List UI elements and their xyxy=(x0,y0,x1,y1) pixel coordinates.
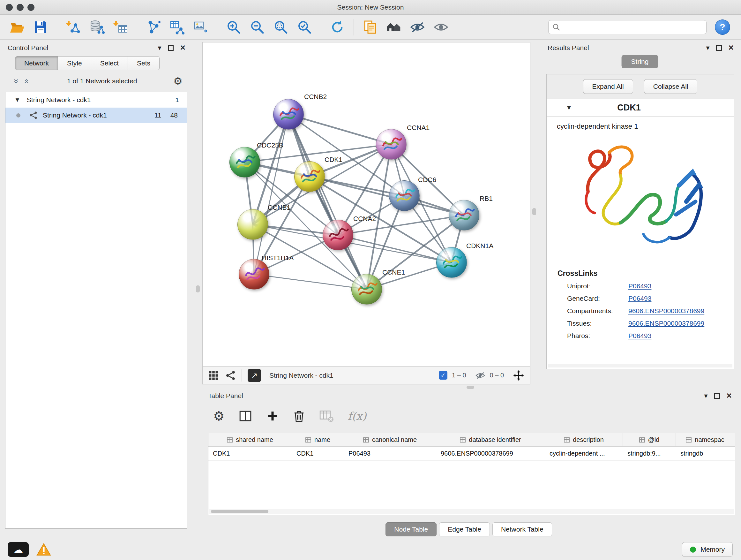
collapse-all-button[interactable]: Collapse All xyxy=(644,79,697,94)
delete-row-button[interactable] xyxy=(293,409,305,423)
column-header[interactable]: database identifier xyxy=(436,433,545,446)
warnings-button[interactable] xyxy=(35,542,53,557)
network-row[interactable]: String Network - cdk1 11 48 xyxy=(5,108,187,123)
cloud-button[interactable]: ☁ xyxy=(8,542,29,557)
import-table-file-button[interactable] xyxy=(111,17,131,37)
panel-minimize-icon[interactable]: ▾ xyxy=(158,44,161,51)
network-node-ccnb1[interactable] xyxy=(238,209,268,240)
add-row-button[interactable] xyxy=(266,410,279,422)
grid-view-button[interactable] xyxy=(208,370,219,381)
splitter-handle[interactable] xyxy=(532,208,536,215)
column-header[interactable]: namespac xyxy=(676,433,734,446)
home-button[interactable] xyxy=(384,17,404,37)
scrollbar-thumb[interactable] xyxy=(211,510,268,513)
help-button[interactable]: ? xyxy=(715,19,730,35)
tab-edge-table[interactable]: Edge Table xyxy=(439,522,490,537)
expand-all-networks-icon[interactable]: » xyxy=(21,76,31,86)
table-options-gear-icon[interactable]: ⚙ xyxy=(213,409,225,423)
table-cell[interactable]: CDK1 xyxy=(292,447,344,460)
search-icon xyxy=(552,23,560,31)
tab-network-table[interactable]: Network Table xyxy=(492,522,552,537)
network-from-image-button[interactable] xyxy=(191,17,211,37)
table-cell[interactable]: P06493 xyxy=(344,447,436,460)
network-node-cdkn1a[interactable] xyxy=(436,247,467,278)
table-cell[interactable]: CDK1 xyxy=(208,447,292,460)
network-options-gear-icon[interactable]: ⚙ xyxy=(173,75,183,87)
refresh-view-button[interactable] xyxy=(327,17,347,37)
export-view-button[interactable]: ↗ xyxy=(248,369,261,382)
network-view-button[interactable] xyxy=(226,370,236,381)
table-row[interactable]: CDK1 CDK1 P06493 9606.ENSP00000378699 cy… xyxy=(208,447,735,461)
network-from-table-button[interactable] xyxy=(167,17,187,37)
table-horizontal-scrollbar[interactable] xyxy=(209,509,734,514)
tab-select[interactable]: Select xyxy=(91,56,128,70)
search-input[interactable] xyxy=(548,20,706,34)
network-node-ccna1[interactable] xyxy=(376,129,407,160)
tab-style[interactable]: Style xyxy=(58,56,91,70)
show-all-button[interactable] xyxy=(431,17,451,37)
network-view-canvas[interactable]: CCNB2CCNA1CDC25BCDK1CDC6RB1CCNB1CCNA2CDK… xyxy=(202,42,530,367)
delete-table-button[interactable] xyxy=(319,409,334,423)
import-network-file-button[interactable] xyxy=(64,17,83,37)
tab-node-table[interactable]: Node Table xyxy=(386,522,436,537)
crosslink-uniprot-link[interactable]: P06493 xyxy=(628,282,651,290)
column-header[interactable]: @id xyxy=(623,433,676,446)
crosslink-tissues-link[interactable]: 9606.ENSP00000378699 xyxy=(628,320,704,327)
crosslink-pharos-link[interactable]: P06493 xyxy=(628,332,651,340)
expand-all-button[interactable]: Expand All xyxy=(583,79,633,94)
crosslink-genecard-link[interactable]: P06493 xyxy=(628,295,651,302)
pan-move-icon[interactable] xyxy=(513,370,524,381)
tab-sets[interactable]: Sets xyxy=(128,56,159,70)
splitter-handle[interactable] xyxy=(467,386,474,389)
network-node-cdc25b[interactable] xyxy=(229,147,260,178)
import-network-database-button[interactable] xyxy=(87,17,107,37)
copy-document-button[interactable] xyxy=(360,17,380,37)
protein-disclosure-triangle[interactable]: ▼ xyxy=(566,104,572,111)
table-cell[interactable]: cyclin-dependent ... xyxy=(545,447,623,460)
network-node-hist1h1a[interactable] xyxy=(239,259,269,290)
table-cell[interactable]: stringdb xyxy=(676,447,734,460)
panel-close-icon[interactable]: ✕ xyxy=(180,44,186,51)
crosslink-compartments-link[interactable]: 9606.ENSP00000378699 xyxy=(628,307,704,315)
zoom-out-button[interactable] xyxy=(247,17,267,37)
results-scrollbar[interactable] xyxy=(548,364,732,368)
zoom-in-button[interactable] xyxy=(224,17,244,37)
open-session-button[interactable] xyxy=(7,17,27,37)
panel-float-icon[interactable] xyxy=(168,45,174,51)
network-node-cdc6[interactable] xyxy=(389,180,420,211)
zoom-fit-content-button[interactable] xyxy=(271,17,291,37)
network-node-ccna2[interactable] xyxy=(323,220,353,250)
function-builder-button[interactable]: f(x) xyxy=(348,410,366,422)
disclosure-triangle-icon[interactable]: ▼ xyxy=(14,97,20,104)
new-network-button[interactable] xyxy=(144,17,163,37)
column-header[interactable]: description xyxy=(545,433,623,446)
show-columns-button[interactable] xyxy=(239,409,252,423)
panel-close-icon[interactable]: ✕ xyxy=(728,44,734,51)
panel-minimize-icon[interactable]: ▾ xyxy=(704,392,708,399)
selected-checkbox-icon[interactable]: ✓ xyxy=(439,371,448,380)
table-cell[interactable]: 9606.ENSP00000378699 xyxy=(436,447,545,460)
network-node-rb1[interactable] xyxy=(449,200,479,231)
panel-close-icon[interactable]: ✕ xyxy=(726,392,732,399)
table-cell[interactable]: stringdb:9... xyxy=(623,447,676,460)
tab-network[interactable]: Network xyxy=(15,56,58,70)
collapse-all-networks-icon[interactable]: » xyxy=(11,76,21,86)
network-collection-row[interactable]: ▼ String Network - cdk1 1 xyxy=(5,92,187,108)
zoom-selected-button[interactable] xyxy=(294,17,314,37)
network-node-cdk1[interactable] xyxy=(294,161,325,192)
network-node-ccnb2[interactable] xyxy=(273,99,304,130)
column-header[interactable]: shared name xyxy=(208,433,292,446)
column-header[interactable]: canonical name xyxy=(344,433,436,446)
panel-minimize-icon[interactable]: ▾ xyxy=(706,44,710,51)
panel-float-icon[interactable] xyxy=(716,45,722,51)
panel-float-icon[interactable] xyxy=(714,393,720,399)
save-session-button[interactable] xyxy=(30,17,51,37)
splitter-handle[interactable] xyxy=(196,286,200,293)
network-node-ccne1[interactable] xyxy=(351,274,382,305)
protein-structure-image xyxy=(565,133,715,261)
tab-string[interactable]: String xyxy=(622,55,658,68)
memory-button[interactable]: Memory xyxy=(682,542,733,557)
hidden-eye-slash-icon[interactable] xyxy=(475,371,485,380)
column-header[interactable]: name xyxy=(292,433,344,446)
hide-selected-button[interactable] xyxy=(408,17,427,37)
